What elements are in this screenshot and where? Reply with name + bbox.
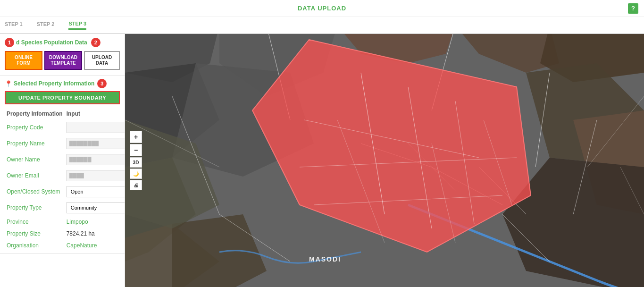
open-closed-select[interactable]: Open Closed bbox=[67, 186, 125, 197]
label-property-size: Property Size bbox=[5, 228, 65, 239]
row-property-code: Property Code ⧉ bbox=[5, 119, 125, 135]
row-owner-email: Owner Email bbox=[5, 168, 125, 184]
input-owner-name-cell bbox=[65, 152, 125, 168]
sidebar: 1 d Species Population Data 2 ONLINEFORM… bbox=[0, 34, 125, 287]
value-province-cell: Limpopo bbox=[65, 216, 125, 228]
property-code-input[interactable] bbox=[67, 122, 125, 133]
badge-1: 1 bbox=[5, 38, 14, 47]
owner-email-input[interactable] bbox=[67, 170, 125, 181]
row-organisation: Organisation CapeNature bbox=[5, 239, 125, 251]
3d-button[interactable]: 3D bbox=[130, 157, 142, 168]
help-button[interactable]: ? bbox=[628, 3, 638, 14]
row-property-type: Property Type Community Private State bbox=[5, 200, 125, 216]
label-owner-email: Owner Email bbox=[5, 168, 65, 184]
online-form-button[interactable]: ONLINEFORM bbox=[5, 51, 42, 70]
property-section: 📍 Selected Property Information 3 UPDATE… bbox=[0, 76, 125, 253]
step-3[interactable]: STEP 3 bbox=[68, 21, 86, 30]
property-section-title: Selected Property Information bbox=[14, 80, 94, 87]
row-property-size: Property Size 7824.21 ha bbox=[5, 228, 125, 239]
organisation-value: CapeNature bbox=[67, 242, 97, 249]
property-name-input[interactable] bbox=[67, 138, 125, 149]
species-title-text: d Species Population Data bbox=[16, 39, 87, 46]
property-header: 📍 Selected Property Information 3 bbox=[5, 79, 120, 88]
location-icon: 📍 bbox=[5, 80, 12, 87]
label-property-code: Property Code bbox=[5, 119, 65, 135]
property-size-value: 7824.21 ha bbox=[67, 230, 95, 237]
zoom-in-button[interactable]: + bbox=[130, 131, 142, 143]
main-layout: 1 d Species Population Data 2 ONLINEFORM… bbox=[0, 34, 644, 287]
input-property-code-cell: ⧉ bbox=[65, 119, 125, 135]
owner-name-input[interactable] bbox=[67, 154, 125, 165]
value-organisation-cell: CapeNature bbox=[65, 239, 125, 251]
update-property-boundary-button[interactable]: UPDATE PROPERTY BOUNDARY bbox=[5, 91, 120, 104]
app-title: DATA UPLOAD bbox=[298, 5, 346, 12]
col-header-info: Property Information bbox=[5, 108, 65, 119]
property-code-row: ⧉ bbox=[67, 122, 125, 133]
header: DATA UPLOAD ? bbox=[0, 0, 644, 17]
upload-data-button[interactable]: UPLOADDATA bbox=[84, 51, 120, 70]
badge-3: 3 bbox=[97, 79, 107, 88]
masodi-label: MASODI bbox=[309, 255, 341, 263]
row-province: Province Limpopo bbox=[5, 216, 125, 228]
label-province: Province bbox=[5, 216, 65, 228]
label-property-type: Property Type bbox=[5, 200, 65, 216]
map-controls: + − 3D 🌙 🖨 bbox=[130, 131, 142, 190]
label-owner-name: Owner Name bbox=[5, 152, 65, 168]
label-open-closed: Open/Closed System bbox=[5, 184, 65, 200]
label-property-name: Property Name bbox=[5, 135, 65, 152]
steps-bar: STEP 1 STEP 2 STEP 3 bbox=[0, 17, 644, 34]
province-value: Limpopo bbox=[67, 219, 88, 225]
map-area: MASODI + − 3D 🌙 🖨 bbox=[125, 34, 644, 287]
col-header-input: Input bbox=[65, 108, 125, 119]
badge-2: 2 bbox=[91, 38, 100, 47]
row-open-closed: Open/Closed System Open Closed bbox=[5, 184, 125, 200]
input-property-name-cell bbox=[65, 135, 125, 152]
value-property-size-cell: 7824.21 ha bbox=[65, 228, 125, 239]
input-owner-email-cell bbox=[65, 168, 125, 184]
row-owner-name: Owner Name bbox=[5, 152, 125, 168]
species-title: 1 d Species Population Data 2 bbox=[5, 38, 120, 47]
species-section: 1 d Species Population Data 2 ONLINEFORM… bbox=[0, 34, 125, 76]
print-button[interactable]: 🖨 bbox=[130, 180, 142, 190]
select-open-closed-cell: Open Closed bbox=[65, 184, 125, 200]
property-form-table: Property Information Input Property Code… bbox=[5, 108, 125, 251]
map-svg: MASODI bbox=[125, 34, 644, 287]
row-property-name: Property Name bbox=[5, 135, 125, 152]
night-mode-button[interactable]: 🌙 bbox=[130, 169, 142, 179]
action-buttons: ONLINEFORM DOWNLOADTEMPLATE UPLOADDATA bbox=[5, 51, 120, 70]
label-organisation: Organisation bbox=[5, 239, 65, 251]
download-template-button[interactable]: DOWNLOADTEMPLATE bbox=[44, 51, 82, 70]
zoom-out-button[interactable]: − bbox=[130, 144, 142, 156]
step-1[interactable]: STEP 1 bbox=[5, 21, 23, 29]
property-type-select[interactable]: Community Private State bbox=[67, 202, 125, 213]
step-2[interactable]: STEP 2 bbox=[37, 21, 55, 29]
select-property-type-cell: Community Private State bbox=[65, 200, 125, 216]
